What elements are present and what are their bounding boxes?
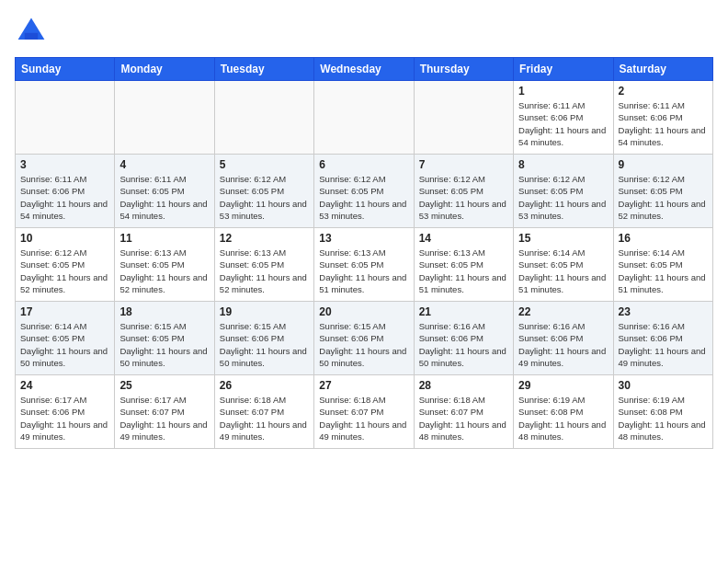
weekday-header-wednesday: Wednesday <box>314 58 414 81</box>
day-cell: 13Sunrise: 6:13 AM Sunset: 6:05 PM Dayli… <box>314 228 414 302</box>
day-info: Sunrise: 6:13 AM Sunset: 6:05 PM Dayligh… <box>319 247 408 295</box>
day-info: Sunrise: 6:13 AM Sunset: 6:05 PM Dayligh… <box>220 247 309 295</box>
day-number: 1 <box>518 85 608 98</box>
day-info: Sunrise: 6:17 AM Sunset: 6:06 PM Dayligh… <box>20 394 109 442</box>
day-cell <box>115 81 214 155</box>
day-info: Sunrise: 6:11 AM Sunset: 6:06 PM Dayligh… <box>518 99 608 148</box>
weekday-header-thursday: Thursday <box>414 58 513 81</box>
logo-icon <box>15 15 48 48</box>
day-info: Sunrise: 6:14 AM Sunset: 6:05 PM Dayligh… <box>518 247 608 295</box>
day-cell <box>314 81 414 155</box>
day-number: 20 <box>319 305 408 318</box>
day-cell <box>16 81 115 155</box>
day-cell: 2Sunrise: 6:11 AM Sunset: 6:06 PM Daylig… <box>613 81 712 155</box>
day-cell: 4Sunrise: 6:11 AM Sunset: 6:05 PM Daylig… <box>115 155 214 228</box>
day-info: Sunrise: 6:15 AM Sunset: 6:06 PM Dayligh… <box>319 320 408 369</box>
day-cell: 12Sunrise: 6:13 AM Sunset: 6:05 PM Dayli… <box>214 228 313 302</box>
day-cell: 21Sunrise: 6:16 AM Sunset: 6:06 PM Dayli… <box>414 302 513 375</box>
day-cell: 30Sunrise: 6:19 AM Sunset: 6:08 PM Dayli… <box>613 375 712 449</box>
day-cell: 9Sunrise: 6:12 AM Sunset: 6:05 PM Daylig… <box>613 155 712 228</box>
week-row-1: 1Sunrise: 6:11 AM Sunset: 6:06 PM Daylig… <box>16 81 713 155</box>
logo <box>15 15 53 48</box>
day-number: 6 <box>319 158 408 171</box>
day-number: 4 <box>119 158 209 171</box>
day-cell: 19Sunrise: 6:15 AM Sunset: 6:06 PM Dayli… <box>214 302 313 375</box>
day-cell: 22Sunrise: 6:16 AM Sunset: 6:06 PM Dayli… <box>514 302 613 375</box>
day-info: Sunrise: 6:18 AM Sunset: 6:07 PM Dayligh… <box>319 394 408 442</box>
svg-rect-3 <box>25 33 38 40</box>
week-row-5: 24Sunrise: 6:17 AM Sunset: 6:06 PM Dayli… <box>16 375 713 449</box>
day-number: 24 <box>20 379 109 392</box>
weekday-header-row: SundayMondayTuesdayWednesdayThursdayFrid… <box>16 58 713 81</box>
day-info: Sunrise: 6:12 AM Sunset: 6:05 PM Dayligh… <box>319 173 408 222</box>
weekday-header-tuesday: Tuesday <box>214 58 313 81</box>
week-row-4: 17Sunrise: 6:14 AM Sunset: 6:05 PM Dayli… <box>16 302 713 375</box>
weekday-header-monday: Monday <box>115 58 214 81</box>
day-info: Sunrise: 6:13 AM Sunset: 6:05 PM Dayligh… <box>419 247 508 295</box>
day-info: Sunrise: 6:15 AM Sunset: 6:05 PM Dayligh… <box>119 320 209 369</box>
day-info: Sunrise: 6:12 AM Sunset: 6:05 PM Dayligh… <box>419 173 508 222</box>
day-cell: 28Sunrise: 6:18 AM Sunset: 6:07 PM Dayli… <box>414 375 513 449</box>
day-info: Sunrise: 6:19 AM Sunset: 6:08 PM Dayligh… <box>619 394 708 442</box>
day-number: 5 <box>220 158 309 171</box>
day-cell <box>214 81 313 155</box>
day-number: 29 <box>518 379 608 392</box>
day-info: Sunrise: 6:11 AM Sunset: 6:06 PM Dayligh… <box>20 173 109 222</box>
day-cell: 17Sunrise: 6:14 AM Sunset: 6:05 PM Dayli… <box>16 302 115 375</box>
day-info: Sunrise: 6:16 AM Sunset: 6:06 PM Dayligh… <box>518 320 608 369</box>
day-number: 21 <box>419 305 508 318</box>
day-number: 25 <box>119 379 209 392</box>
day-cell: 18Sunrise: 6:15 AM Sunset: 6:05 PM Dayli… <box>115 302 214 375</box>
day-cell: 3Sunrise: 6:11 AM Sunset: 6:06 PM Daylig… <box>16 155 115 228</box>
day-cell <box>414 81 513 155</box>
day-cell: 14Sunrise: 6:13 AM Sunset: 6:05 PM Dayli… <box>414 228 513 302</box>
day-number: 19 <box>220 305 309 318</box>
day-info: Sunrise: 6:12 AM Sunset: 6:05 PM Dayligh… <box>220 173 309 222</box>
day-number: 8 <box>518 158 608 171</box>
day-cell: 5Sunrise: 6:12 AM Sunset: 6:05 PM Daylig… <box>214 155 313 228</box>
day-number: 3 <box>20 158 109 171</box>
day-number: 22 <box>518 305 608 318</box>
weekday-header-friday: Friday <box>514 58 613 81</box>
day-info: Sunrise: 6:17 AM Sunset: 6:07 PM Dayligh… <box>119 394 209 442</box>
weekday-header-saturday: Saturday <box>613 58 712 81</box>
day-cell: 23Sunrise: 6:16 AM Sunset: 6:06 PM Dayli… <box>613 302 712 375</box>
day-cell: 16Sunrise: 6:14 AM Sunset: 6:05 PM Dayli… <box>613 228 712 302</box>
day-info: Sunrise: 6:12 AM Sunset: 6:05 PM Dayligh… <box>518 173 608 222</box>
day-cell: 15Sunrise: 6:14 AM Sunset: 6:05 PM Dayli… <box>514 228 613 302</box>
day-number: 28 <box>419 379 508 392</box>
day-number: 12 <box>220 232 309 245</box>
day-number: 30 <box>619 379 708 392</box>
day-info: Sunrise: 6:12 AM Sunset: 6:05 PM Dayligh… <box>20 247 109 295</box>
day-info: Sunrise: 6:14 AM Sunset: 6:05 PM Dayligh… <box>20 320 109 369</box>
day-number: 15 <box>518 232 608 245</box>
day-cell: 7Sunrise: 6:12 AM Sunset: 6:05 PM Daylig… <box>414 155 513 228</box>
day-info: Sunrise: 6:18 AM Sunset: 6:07 PM Dayligh… <box>419 394 508 442</box>
day-cell: 1Sunrise: 6:11 AM Sunset: 6:06 PM Daylig… <box>514 81 613 155</box>
day-cell: 29Sunrise: 6:19 AM Sunset: 6:08 PM Dayli… <box>514 375 613 449</box>
day-number: 16 <box>619 232 708 245</box>
calendar: SundayMondayTuesdayWednesdayThursdayFrid… <box>15 57 713 449</box>
day-cell: 6Sunrise: 6:12 AM Sunset: 6:05 PM Daylig… <box>314 155 414 228</box>
day-info: Sunrise: 6:16 AM Sunset: 6:06 PM Dayligh… <box>619 320 708 369</box>
week-row-3: 10Sunrise: 6:12 AM Sunset: 6:05 PM Dayli… <box>16 228 713 302</box>
weekday-header-sunday: Sunday <box>16 58 115 81</box>
day-cell: 27Sunrise: 6:18 AM Sunset: 6:07 PM Dayli… <box>314 375 414 449</box>
day-number: 2 <box>619 85 708 98</box>
day-number: 13 <box>319 232 408 245</box>
day-info: Sunrise: 6:13 AM Sunset: 6:05 PM Dayligh… <box>119 247 209 295</box>
page: SundayMondayTuesdayWednesdayThursdayFrid… <box>0 0 728 456</box>
day-number: 26 <box>220 379 309 392</box>
day-info: Sunrise: 6:14 AM Sunset: 6:05 PM Dayligh… <box>619 247 708 295</box>
day-number: 23 <box>619 305 708 318</box>
week-row-2: 3Sunrise: 6:11 AM Sunset: 6:06 PM Daylig… <box>16 155 713 228</box>
day-number: 17 <box>20 305 109 318</box>
day-cell: 25Sunrise: 6:17 AM Sunset: 6:07 PM Dayli… <box>115 375 214 449</box>
day-number: 18 <box>119 305 209 318</box>
day-number: 11 <box>119 232 209 245</box>
header <box>15 15 713 48</box>
day-info: Sunrise: 6:19 AM Sunset: 6:08 PM Dayligh… <box>518 394 608 442</box>
day-number: 27 <box>319 379 408 392</box>
day-number: 9 <box>619 158 708 171</box>
day-cell: 24Sunrise: 6:17 AM Sunset: 6:06 PM Dayli… <box>16 375 115 449</box>
